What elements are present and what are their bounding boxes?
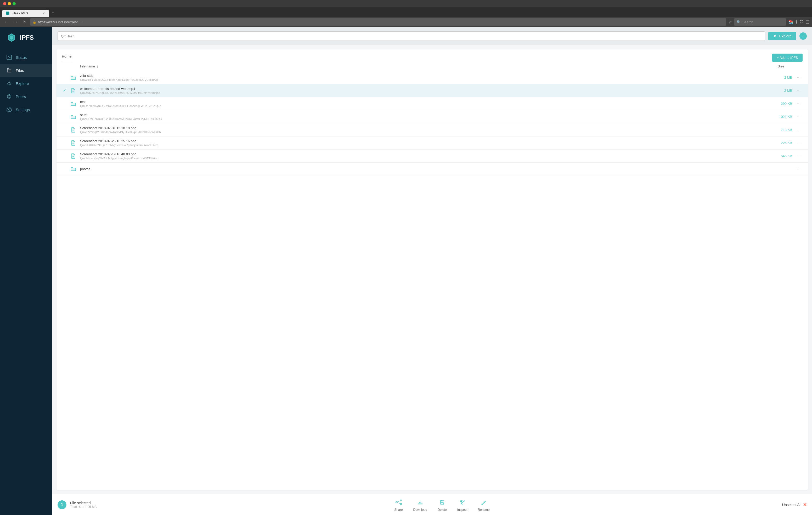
new-tab-button[interactable]: + — [49, 9, 57, 17]
file-info: Screenshot 2018-07-31 15.18.18.png QmV9V… — [80, 126, 763, 133]
main-layout: IPFS Status Files — [0, 27, 812, 515]
checkbox-checked-icon: ✓ — [63, 88, 66, 93]
file-menu-button[interactable]: ··· — [795, 75, 803, 80]
svg-line-32 — [397, 501, 400, 502]
table-row[interactable]: zilla-slab QmWctYYMe2kQCZZ4pM5K38fiEzghf… — [57, 71, 808, 84]
file-hash: QmaJ8K6sRzNeQs7EaMVj17wNuoRp3udj3s8saGxw… — [80, 144, 763, 147]
reload-button[interactable]: ↻ — [22, 19, 28, 26]
explore-icon — [6, 81, 12, 86]
add-to-ipfs-button[interactable]: + Add to IPFS — [772, 54, 803, 62]
file-hash: QmUp7BuvKymUBRNw1A9m6njs3SHXsbebgFWHqT9r… — [80, 104, 763, 108]
delete-icon — [438, 498, 446, 506]
svg-point-38 — [460, 500, 462, 502]
file-menu-button[interactable]: ··· — [795, 166, 803, 172]
file-info: Screenshot 2018-07-26 16.25.16.png QmaJ8… — [80, 139, 763, 147]
status-icon — [6, 54, 12, 60]
file-name: stuff — [80, 113, 763, 117]
table-row[interactable]: Screenshot 2018-07-19 16.48.03.png QmbME… — [57, 150, 808, 162]
table-row[interactable]: test QmUp7BuvKymUBRNw1A9m6njs3SHXsbebgFW… — [57, 97, 808, 110]
inspect-label: Inspect — [457, 508, 467, 512]
svg-point-15 — [8, 109, 10, 110]
tab-favicon — [6, 11, 9, 15]
info-icon[interactable]: ℹ — [796, 20, 798, 25]
shield-icon[interactable]: 🛡 — [800, 20, 804, 24]
explore-button[interactable]: Explore — [768, 32, 796, 40]
file-icon — [69, 139, 77, 147]
search-icon: 🔍 — [737, 20, 741, 24]
file-name: Screenshot 2018-07-26 16.25.16.png — [80, 139, 763, 143]
selected-info: File selected Total size: 1.95 MB — [70, 501, 96, 509]
menu-icon[interactable]: ☰ — [806, 20, 809, 25]
svg-point-40 — [461, 503, 463, 504]
file-menu-button[interactable]: ··· — [795, 140, 803, 146]
file-size: 226 KB — [763, 141, 795, 145]
sidebar-item-explore[interactable]: Explore — [0, 77, 52, 90]
file-menu-button[interactable]: ··· — [795, 114, 803, 119]
maximize-button[interactable] — [12, 2, 16, 5]
file-info: stuff QmaDPWTNxmJFEVL88XdR2qM92CAYVarcfF… — [80, 113, 763, 121]
minimize-button[interactable] — [8, 2, 11, 5]
file-checkbox[interactable]: ✓ — [62, 88, 67, 93]
address-bar: ← → ↻ 🔒 https://webui.ipfs.io/#/files/ ·… — [0, 17, 812, 27]
col-name-header[interactable]: File name ↓ — [80, 64, 763, 68]
file-size: 713 KB — [763, 128, 795, 132]
active-tab[interactable]: Files - IPFS ✕ — [2, 10, 49, 17]
sidebar-item-settings[interactable]: Settings — [0, 103, 52, 116]
library-icon[interactable]: 📚 — [788, 20, 794, 25]
file-name: welcome-to-the-distributed-web.mp4 — [80, 87, 763, 91]
sidebar-item-files[interactable]: Files — [0, 64, 52, 77]
logo-text: IPFS — [20, 34, 34, 41]
table-row[interactable]: Screenshot 2018-07-31 15.18.18.png QmV9V… — [57, 123, 808, 137]
table-row[interactable]: stuff QmaDPWTNxmJFEVL88XdR2qM92CAYVarcfF… — [57, 110, 808, 123]
svg-point-31 — [400, 503, 402, 505]
selected-size: Total size: 1.95 MB — [70, 505, 96, 509]
browser-search-bar[interactable]: 🔍 Search — [734, 18, 786, 26]
file-icon — [69, 152, 77, 160]
svg-line-44 — [484, 502, 485, 503]
table-row[interactable]: ✓ welcome-to-the-distributed-web.mp4 QmU… — [57, 84, 808, 97]
files-header: Home + Add to IPFS — [57, 50, 808, 62]
delete-label: Delete — [438, 508, 447, 512]
back-button[interactable]: ← — [3, 19, 10, 25]
svg-line-33 — [397, 503, 400, 504]
svg-line-45 — [482, 504, 482, 505]
url-bar[interactable]: 🔒 https://webui.ipfs.io/#/files/ ··· — [30, 18, 726, 26]
file-menu-button[interactable]: ··· — [795, 127, 803, 132]
files-area: Home + Add to IPFS File name ↓ Size — [57, 50, 808, 490]
download-button[interactable]: Download — [413, 498, 427, 512]
unselect-all-button[interactable]: Unselect All ✕ — [782, 502, 807, 508]
forward-button[interactable]: → — [12, 19, 19, 25]
file-menu-button[interactable]: ··· — [795, 153, 803, 159]
unselect-x-icon: ✕ — [803, 502, 807, 508]
sidebar: IPFS Status Files — [0, 27, 52, 515]
svg-line-42 — [461, 502, 462, 503]
sidebar-item-peers[interactable]: Peers — [0, 90, 52, 103]
selected-label: File selected — [70, 501, 96, 505]
delete-button[interactable]: Delete — [438, 498, 447, 512]
file-menu-button[interactable]: ··· — [795, 88, 803, 93]
browser-toolbar: 📚 ℹ 🛡 ☰ — [788, 20, 809, 25]
svg-point-39 — [463, 500, 464, 502]
tab-title: Files - IPFS — [11, 11, 28, 15]
explorer-bar: Explore i — [52, 27, 812, 45]
close-button[interactable] — [3, 2, 6, 5]
file-icon — [69, 126, 77, 133]
share-button[interactable]: Share — [395, 498, 403, 512]
rename-button[interactable]: Rename — [478, 498, 489, 512]
qmhash-input[interactable] — [58, 31, 765, 41]
file-info: Screenshot 2018-07-19 16.48.03.png QmbME… — [80, 152, 763, 160]
svg-line-14 — [10, 82, 11, 82]
breadcrumb[interactable]: Home — [62, 54, 71, 61]
file-size: 2 MB — [763, 75, 795, 80]
file-info: welcome-to-the-distributed-web.mp4 QmUbg… — [80, 87, 763, 94]
table-row[interactable]: Screenshot 2018-07-26 16.25.16.png QmaJ8… — [57, 137, 808, 150]
sidebar-item-status[interactable]: Status — [0, 51, 52, 64]
info-circle[interactable]: i — [800, 32, 807, 40]
tab-close-button[interactable]: ✕ — [42, 11, 46, 15]
inspect-button[interactable]: Inspect — [457, 498, 467, 512]
file-menu-button[interactable]: ··· — [795, 101, 803, 107]
bookmark-icon[interactable]: ☆ — [728, 20, 732, 25]
file-info: zilla-slab QmWctYYMe2kQCZZ4pM5K38fiEzghf… — [80, 74, 763, 81]
selected-count: 1 — [58, 501, 66, 509]
table-row[interactable]: photos ··· — [57, 162, 808, 175]
